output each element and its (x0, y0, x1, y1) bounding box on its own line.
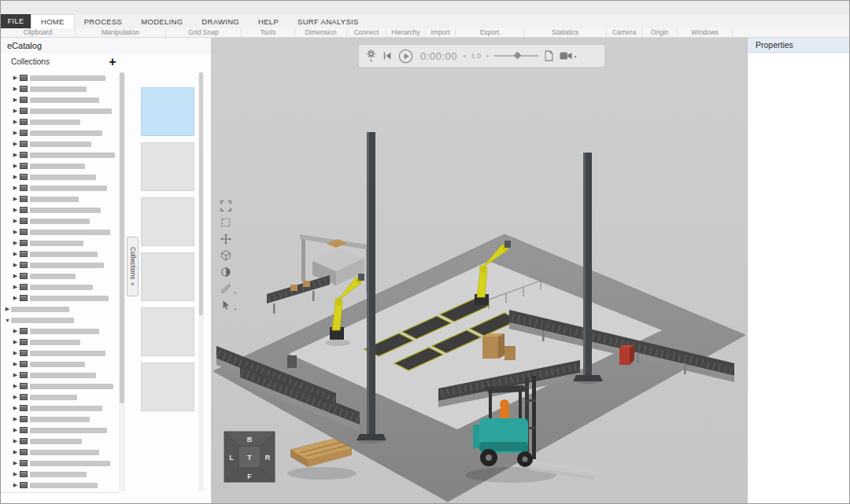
chevron-right-icon[interactable]: ▶ (12, 361, 19, 367)
collections-scrollbar[interactable] (119, 72, 125, 491)
chevron-right-icon[interactable]: ▶ (12, 405, 19, 411)
chevron-right-icon[interactable]: ▶ (12, 86, 19, 92)
file-menu-button[interactable]: FILE (1, 14, 31, 28)
catalog-item[interactable]: ▶ (2, 248, 117, 259)
chevron-right-icon[interactable]: ▶ (12, 240, 19, 246)
catalog-item[interactable]: ▶ (2, 237, 117, 248)
chevron-right-icon[interactable]: ▶ (12, 130, 19, 136)
red-cabinet[interactable] (619, 345, 634, 365)
catalog-item[interactable]: ▶ (2, 292, 117, 304)
3d-scene[interactable] (212, 38, 747, 503)
render-mode-button[interactable] (218, 264, 234, 280)
speed-decrease-icon[interactable]: ◂ (463, 53, 466, 59)
catalog-item[interactable]: ▶ (2, 138, 117, 149)
catalog-item[interactable]: ▶ (2, 270, 117, 281)
catalog-item[interactable]: ▶ (2, 127, 117, 138)
ribbon-group-connect[interactable]: Connect (347, 28, 386, 37)
scrollbar-thumb[interactable] (199, 72, 203, 315)
thumbnail[interactable] (141, 197, 194, 246)
chevron-right-icon[interactable]: ▶ (12, 427, 19, 433)
viewport-3d[interactable]: ▾ 0:00:00 ◂ 1.0 ▸ (212, 38, 747, 503)
ribbon-group-manipulation[interactable]: Manipulation (76, 28, 166, 37)
catalog-item[interactable]: ▶ (2, 436, 117, 447)
menu-tab-modeling[interactable]: MODELING (131, 14, 192, 28)
measure-tool-button[interactable]: ▾ (218, 281, 234, 296)
chevron-right-icon[interactable]: ▶ (12, 185, 19, 191)
ribbon-group-windows[interactable]: Windows (678, 28, 733, 37)
chevron-right-icon[interactable]: ▶ (4, 306, 11, 312)
chevron-right-icon[interactable]: ▶ (12, 152, 19, 158)
chevron-right-icon[interactable]: ▶ (12, 229, 19, 235)
thumbnail[interactable] (141, 142, 194, 191)
catalog-item[interactable]: ▶ (2, 72, 117, 83)
ribbon-group-import[interactable]: Import (426, 28, 456, 37)
catalog-item[interactable]: ▼ (2, 315, 117, 326)
chevron-right-icon[interactable]: ▶ (12, 482, 19, 488)
play-button[interactable] (398, 49, 413, 64)
chevron-right-icon[interactable]: ▶ (12, 449, 19, 455)
catalog-item[interactable]: ▶ (2, 171, 117, 182)
ribbon-group-statistics[interactable]: Statistics (524, 28, 607, 37)
thumbnail[interactable] (141, 307, 194, 356)
chevron-right-icon[interactable]: ▶ (12, 416, 19, 422)
catalog-item[interactable]: ▶ (2, 105, 117, 116)
catalog-item[interactable]: ▶ (2, 381, 117, 392)
chevron-right-icon[interactable]: ▶ (12, 251, 19, 257)
chevron-down-icon[interactable]: ▼ (4, 318, 11, 323)
ribbon-group-camera[interactable]: Camera (607, 28, 642, 37)
ribbon-group-export[interactable]: Export (456, 28, 524, 37)
navigation-cube[interactable]: B L T R F (224, 431, 275, 483)
catalog-item[interactable]: ▶ (2, 425, 117, 436)
ribbon-group-grid-snap[interactable]: Grid Snap (166, 28, 242, 37)
menu-tab-drawing[interactable]: DRAWING (192, 14, 249, 28)
selection-tool-button[interactable]: ▾ (218, 297, 234, 313)
catalog-item[interactable]: ▶ (2, 193, 117, 204)
fit-view-button[interactable] (218, 198, 234, 214)
chevron-right-icon[interactable]: ▶ (12, 328, 19, 334)
collapse-panel-icon[interactable]: « (131, 281, 135, 286)
view-cube-button[interactable] (218, 248, 234, 263)
chevron-right-icon[interactable]: ▶ (12, 108, 19, 114)
ribbon-group-origin[interactable]: Origin (642, 28, 678, 37)
catalog-item[interactable]: ▶ (2, 182, 117, 193)
chevron-right-icon[interactable]: ▶ (12, 119, 19, 125)
catalog-item[interactable]: ▶ (2, 326, 117, 337)
record-camera-button[interactable]: ▾ (560, 51, 576, 61)
export-video-button[interactable] (544, 50, 554, 61)
ribbon-group-dimension[interactable]: Dimension (295, 28, 347, 37)
ribbon-group-tools[interactable]: Tools (242, 28, 295, 37)
catalog-item[interactable]: ▶ (2, 226, 117, 237)
thumbnail[interactable] (141, 252, 194, 301)
chevron-right-icon[interactable]: ▶ (12, 284, 19, 290)
reset-simulation-button[interactable] (382, 50, 393, 61)
chevron-right-icon[interactable]: ▶ (12, 394, 19, 400)
catalog-item[interactable]: ▶ (2, 447, 117, 458)
slider-handle[interactable] (513, 52, 521, 60)
catalog-item[interactable]: ▶ (2, 149, 117, 160)
thumbnails-scrollbar[interactable] (198, 72, 204, 491)
menu-tab-surf-analysis[interactable]: SURF ANALYSIS (288, 14, 368, 28)
thumbnail[interactable] (141, 362, 194, 411)
catalog-item[interactable]: ▶ (2, 480, 117, 491)
chevron-right-icon[interactable]: ▶ (12, 339, 19, 345)
catalog-item[interactable]: ▶ (2, 370, 117, 381)
catalog-item[interactable]: ▶ (2, 359, 117, 370)
catalog-item[interactable]: ▶ (2, 392, 117, 403)
chevron-right-icon[interactable]: ▶ (12, 262, 19, 268)
chevron-right-icon[interactable]: ▶ (12, 163, 19, 169)
chevron-right-icon[interactable]: ▶ (12, 460, 19, 466)
catalog-item[interactable]: ▶ (2, 348, 117, 359)
chevron-right-icon[interactable]: ▶ (12, 207, 19, 213)
chevron-right-icon[interactable]: ▶ (12, 350, 19, 356)
ribbon-group-hierarchy[interactable]: Hierarchy (386, 28, 426, 37)
chevron-right-icon[interactable]: ▶ (12, 196, 19, 202)
catalog-item[interactable]: ▶ (2, 215, 117, 226)
chevron-right-icon[interactable]: ▶ (12, 383, 19, 389)
simulation-settings-button[interactable]: ▾ (366, 49, 376, 63)
catalog-item[interactable]: ▶ (2, 281, 117, 292)
chevron-right-icon[interactable]: ▶ (12, 97, 19, 103)
ribbon-group-clipboard[interactable]: Clipboard (1, 28, 76, 37)
chevron-right-icon[interactable]: ▶ (12, 372, 19, 378)
menu-tab-process[interactable]: PROCESS (75, 14, 132, 28)
chevron-right-icon[interactable]: ▶ (12, 218, 19, 224)
